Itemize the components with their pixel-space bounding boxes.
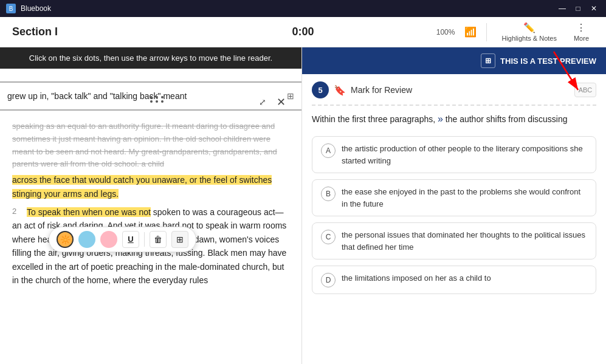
bookmark-icon[interactable]: 🔖 (334, 84, 346, 96)
option-text-c: the personal issues that dominated her t… (342, 229, 587, 253)
yellow-highlight-2: To speak then when one was not (27, 207, 151, 217)
paragraph-number: 2 (12, 205, 22, 218)
highlight-blue-button[interactable] (78, 231, 95, 248)
line-reader-close-button[interactable]: ✕ (274, 95, 288, 109)
expand-panel-button[interactable]: ⊞ (481, 53, 495, 68)
question-text: Within the first three paragraphs, » the… (312, 112, 596, 126)
line-reader-text: grew up in, "back talk" and "talking bac… (7, 91, 287, 101)
double-arrow-icon: » (438, 114, 443, 124)
answer-option-c[interactable]: C the personal issues that dominated her… (312, 222, 596, 259)
highlights-icon: ✏️ (523, 22, 535, 33)
option-letter-a: A (321, 143, 336, 158)
add-note-button[interactable]: ⊞ (171, 231, 188, 248)
question-number: 5 (312, 81, 329, 98)
yellow-highlight: across the face that would catch you una… (12, 175, 272, 198)
header-divider (486, 23, 487, 41)
highlight-toolbar: 🔆 U 🗑 ⊞ (49, 227, 196, 252)
mark-for-review-label: Mark for Review (351, 85, 570, 95)
line-reader-handle[interactable] (150, 96, 165, 103)
option-text-b: the ease she enjoyed in the past to the … (342, 186, 587, 210)
maximize-button[interactable]: □ (572, 2, 584, 15)
struck-text: speaking as an equal to an authority fig… (12, 120, 289, 171)
zoom-level: 100% (436, 28, 455, 36)
answer-option-d[interactable]: D the limitations imposed on her as a ch… (312, 266, 596, 294)
more-icon: ⋮ (576, 22, 586, 33)
highlight-orange-button[interactable]: 🔆 (57, 231, 74, 248)
delete-highlight-button[interactable]: 🗑 (150, 231, 167, 248)
answer-option-a[interactable]: A the artistic production of other peopl… (312, 136, 596, 173)
left-panel: Click on the six dots, then use the arro… (0, 47, 302, 364)
svg-line-1 (554, 52, 578, 90)
option-text-d: the limitations imposed on her as a chil… (342, 272, 491, 284)
highlight-pink-button[interactable] (100, 231, 117, 248)
header-right: 100% 📶 ✏️ Highlights & Notes ⋮ More (436, 19, 594, 44)
dot (161, 100, 164, 103)
more-label: More (574, 35, 589, 42)
dot (161, 96, 164, 98)
dot (156, 96, 158, 98)
question-text-part2: the author shifts from discussing (446, 114, 568, 124)
title-bar: B Bluebook — □ ✕ (0, 0, 606, 17)
question-text-part1: Within the first three paragraphs, (312, 114, 435, 124)
option-letter-d: D (321, 273, 336, 287)
header: Section I 0:00 100% 📶 ✏️ Highlights & No… (0, 17, 606, 47)
close-button[interactable]: ✕ (588, 2, 600, 15)
main-content: Click on the six dots, then use the arro… (0, 47, 606, 364)
highlights-notes-label: Highlights & Notes (501, 35, 557, 42)
dot (150, 96, 153, 98)
underline-button[interactable]: U (122, 231, 139, 248)
app-icon: B (6, 4, 16, 13)
header-actions: ✏️ Highlights & Notes ⋮ More (497, 19, 594, 44)
option-letter-b: B (321, 187, 336, 201)
highlighted-paragraph: across the face that would catch you una… (12, 173, 289, 201)
section-label: Section I (12, 26, 58, 38)
tooltip-text: Click on the six dots, then use the arro… (29, 53, 272, 63)
minimize-button[interactable]: — (556, 2, 568, 15)
dot (150, 100, 153, 103)
window-controls: — □ ✕ (556, 2, 600, 15)
line-reader-expand-button[interactable]: ⤢ (255, 95, 270, 109)
wifi-icon: 📶 (464, 26, 477, 38)
child-text: a child (141, 159, 164, 168)
dot (156, 100, 158, 103)
option-letter-c: C (321, 230, 336, 244)
line-reader-tooltip: Click on the six dots, then use the arro… (0, 47, 301, 69)
highlights-notes-button[interactable]: ✏️ Highlights & Notes (497, 19, 562, 44)
timer: 0:00 (292, 26, 314, 38)
option-text-a: the artistic production of other people … (342, 143, 587, 167)
toolbar-divider (144, 232, 145, 247)
red-arrow-annotation (548, 49, 584, 100)
answer-option-b[interactable]: B the ease she enjoyed in the past to th… (312, 179, 596, 216)
question-area: 5 🔖 Mark for Review ABC Within the first… (302, 74, 606, 364)
app-title: Bluebook (21, 4, 51, 13)
more-button[interactable]: ⋮ More (569, 19, 594, 44)
